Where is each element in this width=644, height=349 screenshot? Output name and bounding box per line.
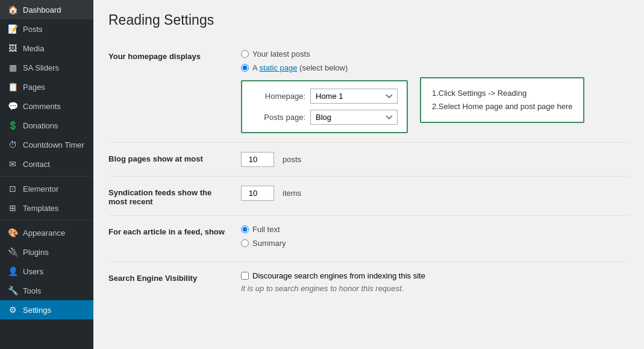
static-page-radio[interactable]: [241, 64, 249, 72]
homepage-displays-control: Your latest posts A static page (select …: [241, 49, 629, 133]
sidebar-item-sa-sliders[interactable]: ▦ SA Sliders: [0, 58, 93, 77]
summary-option[interactable]: Summary: [241, 239, 629, 248]
syndication-label: Syndication feeds show themost recent: [108, 186, 241, 206]
latest-posts-radio[interactable]: [241, 50, 249, 58]
search-visibility-label: Search Engine Visibility: [108, 271, 241, 283]
syndication-suffix: items: [283, 189, 301, 198]
sidebar-item-label: Templates: [23, 204, 58, 213]
sidebar-item-label: Comments: [23, 102, 61, 111]
homepage-displays-label: Your homepage displays: [108, 49, 241, 61]
full-text-label: Full text: [252, 225, 280, 234]
syndication-control: 10 items: [241, 186, 629, 201]
elementor-icon: ⊡: [7, 184, 18, 193]
static-page-option[interactable]: A static page (select below): [241, 63, 629, 72]
summary-label: Summary: [252, 239, 286, 248]
main-content: Reading Settings Your homepage displays …: [93, 0, 644, 349]
syndication-input[interactable]: 10: [241, 186, 274, 201]
divider: [0, 176, 93, 177]
sidebar-item-label: Appearance: [23, 228, 65, 237]
pages-icon: 📋: [7, 82, 18, 92]
static-page-area: Homepage: Home 1 Posts page: Blog: [241, 77, 629, 133]
settings-table: Your homepage displays Your latest posts…: [108, 40, 629, 302]
homepage-field-label: Homepage:: [251, 92, 305, 101]
blog-pages-control: 10 posts: [241, 152, 629, 167]
feed-article-control: Full text Summary: [241, 225, 629, 253]
sliders-icon: ▦: [7, 63, 18, 72]
dashboard-icon: 🏠: [7, 5, 18, 14]
sidebar-item-dashboard[interactable]: 🏠 Dashboard: [0, 0, 93, 19]
users-icon: 👤: [7, 266, 18, 276]
static-page-label: A static page (select below): [252, 63, 348, 72]
tools-icon: 🔧: [7, 286, 18, 295]
templates-icon: ⊞: [7, 203, 18, 213]
sidebar-item-posts[interactable]: 📝 Posts: [0, 19, 93, 39]
feed-article-row: For each article in a feed, show Full te…: [108, 215, 629, 262]
posts-icon: 📝: [7, 24, 18, 34]
contact-icon: ✉: [7, 159, 18, 169]
sidebar-item-templates[interactable]: ⊞ Templates: [0, 198, 93, 218]
posts-page-select[interactable]: Blog: [310, 110, 398, 125]
search-visibility-row: Search Engine Visibility Discourage sear…: [108, 262, 629, 302]
sidebar-item-donations[interactable]: 💲 Donations: [0, 116, 93, 135]
blog-pages-suffix: posts: [283, 155, 301, 164]
sidebar-item-label: Posts: [23, 25, 43, 34]
latest-posts-label: Your latest posts: [252, 49, 310, 58]
sidebar-item-appearance[interactable]: 🎨 Appearance: [0, 223, 93, 242]
blog-pages-label: Blog pages show at most: [108, 152, 241, 163]
plugins-icon: 🔌: [7, 247, 18, 257]
sidebar-item-label: Pages: [23, 83, 45, 92]
search-visibility-control: Discourage search engines from indexing …: [241, 271, 629, 293]
search-visibility-note: It is up to search engines to honor this…: [241, 284, 629, 293]
sidebar-item-label: Media: [23, 44, 44, 53]
feed-article-label: For each article in a feed, show: [108, 225, 241, 236]
tooltip-line2: 2.Select Home page and post page here: [432, 100, 572, 113]
sidebar-item-label: Donations: [23, 121, 58, 130]
full-text-option[interactable]: Full text: [241, 225, 629, 234]
tooltip-box: 1.Click Settings -> Reading 2.Select Hom…: [420, 77, 584, 123]
appearance-icon: 🎨: [7, 228, 18, 237]
sidebar-item-label: Users: [23, 267, 43, 276]
sidebar-item-label: SA Sliders: [23, 63, 59, 72]
sidebar-item-pages[interactable]: 📋 Pages: [0, 77, 93, 96]
search-visibility-checkbox-label: Discourage search engines from indexing …: [252, 271, 425, 280]
search-visibility-checkbox[interactable]: [241, 272, 249, 280]
sidebar-item-label: Contact: [23, 160, 50, 169]
countdown-icon: ⏱: [7, 140, 18, 149]
donations-icon: 💲: [7, 121, 18, 130]
tooltip-line1: 1.Click Settings -> Reading: [432, 87, 572, 100]
full-text-radio[interactable]: [241, 225, 249, 233]
homepage-select[interactable]: Home 1: [310, 89, 398, 104]
sidebar-item-label: Dashboard: [23, 5, 61, 14]
divider2: [0, 220, 93, 221]
latest-posts-option[interactable]: Your latest posts: [241, 49, 629, 58]
posts-page-selector-row: Posts page: Blog: [251, 110, 398, 125]
static-page-link[interactable]: static page: [260, 63, 298, 72]
sidebar: 🏠 Dashboard 📝 Posts 🖼 Media ▦ SA Sliders…: [0, 0, 93, 349]
static-page-box: Homepage: Home 1 Posts page: Blog: [241, 80, 408, 133]
settings-icon: ⚙: [7, 305, 18, 315]
sidebar-item-comments[interactable]: 💬 Comments: [0, 96, 93, 116]
sidebar-item-countdown[interactable]: ⏱ Countdown Timer: [0, 135, 93, 154]
media-icon: 🖼: [7, 43, 18, 53]
sidebar-item-users[interactable]: 👤 Users: [0, 262, 93, 281]
sidebar-item-label: Tools: [23, 286, 41, 295]
comments-icon: 💬: [7, 101, 18, 111]
syndication-row: Syndication feeds show themost recent 10…: [108, 176, 629, 215]
sidebar-item-label: Countdown Timer: [23, 140, 84, 149]
sidebar-item-plugins[interactable]: 🔌 Plugins: [0, 242, 93, 262]
sidebar-item-label: Plugins: [23, 248, 49, 257]
summary-radio[interactable]: [241, 239, 249, 247]
sidebar-item-settings[interactable]: ⚙ Settings: [0, 300, 93, 319]
homepage-displays-row: Your homepage displays Your latest posts…: [108, 40, 629, 142]
posts-page-field-label: Posts page:: [251, 113, 305, 122]
sidebar-item-media[interactable]: 🖼 Media: [0, 39, 93, 58]
sidebar-item-contact[interactable]: ✉ Contact: [0, 154, 93, 174]
blog-pages-input[interactable]: 10: [241, 152, 274, 167]
sidebar-item-label: Elementor: [23, 184, 58, 193]
sidebar-item-tools[interactable]: 🔧 Tools: [0, 281, 93, 300]
search-checkbox-row: Discourage search engines from indexing …: [241, 271, 629, 280]
page-title: Reading Settings: [108, 12, 629, 28]
homepage-selector-row: Homepage: Home 1: [251, 89, 398, 104]
sidebar-item-label: Settings: [23, 306, 51, 315]
sidebar-item-elementor[interactable]: ⊡ Elementor: [0, 179, 93, 198]
